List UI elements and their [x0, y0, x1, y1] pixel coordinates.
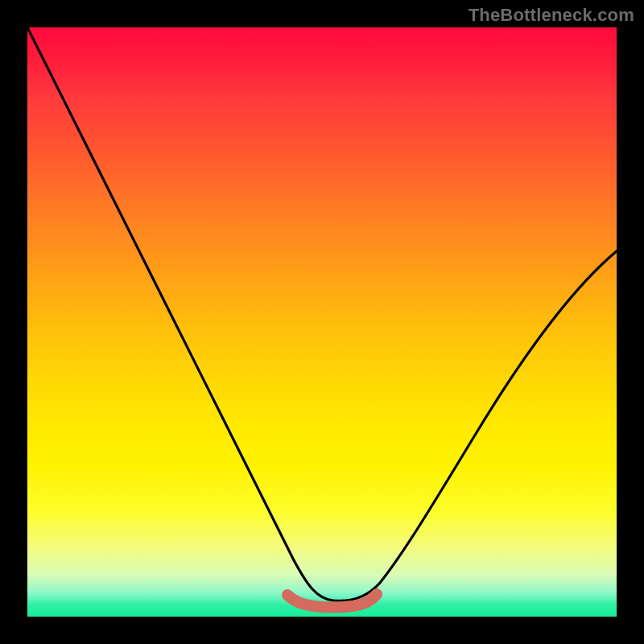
- flat-segment-marker: [287, 594, 377, 608]
- bottleneck-curve-line: [27, 27, 617, 601]
- chart-frame: TheBottleneck.com: [0, 0, 644, 644]
- plot-area: [27, 27, 617, 617]
- curve-svg: [27, 27, 617, 617]
- attribution-text: TheBottleneck.com: [469, 5, 634, 26]
